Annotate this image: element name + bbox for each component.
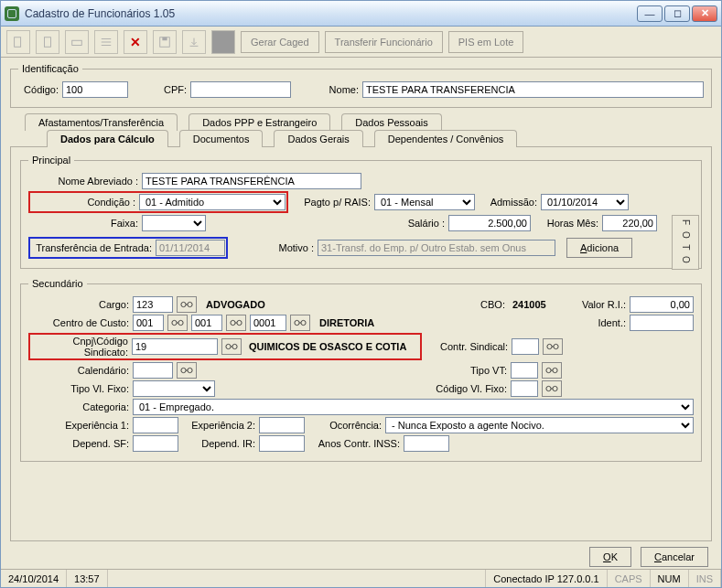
codigo-vl-fixo-input[interactable] [511, 380, 538, 397]
tab-body: Principal Nome Abreviado : Condição : 01… [10, 146, 712, 541]
svg-point-18 [188, 368, 192, 372]
codigo-vl-fixo-lookup-icon[interactable] [542, 380, 562, 397]
ident-label: Ident.: [584, 317, 626, 328]
adiciona-button[interactable]: Adiciona [566, 238, 632, 258]
gerar-caged-button[interactable]: Gerar Caged [241, 31, 319, 53]
nome-abreviado-input[interactable] [142, 173, 361, 189]
condicao-highlight: Condição : 01 - Admitido [28, 191, 288, 213]
motivo-label: Motivo : [232, 242, 314, 253]
experiencia1-input[interactable] [133, 417, 178, 433]
minimize-button[interactable]: — [637, 5, 663, 22]
svg-point-5 [181, 302, 186, 306]
valor-ri-input[interactable] [630, 296, 694, 313]
ident-input[interactable] [630, 315, 694, 331]
principal-legend: Principal [28, 155, 74, 166]
toolbar: ✕ Gerar Caged Transferir Funcionário PIS… [1, 27, 721, 58]
cbo-label: CBO: [480, 299, 505, 310]
toolbar-new-icon[interactable] [6, 30, 30, 54]
toolbar-block-icon[interactable] [211, 30, 235, 54]
transferir-funcionario-button[interactable]: Transferir Funcionário [325, 31, 443, 53]
faixa-select[interactable] [142, 215, 206, 231]
categoria-label: Categoria: [28, 401, 129, 412]
svg-rect-4 [162, 37, 167, 40]
dialog-buttons: OK Cancelar [1, 541, 721, 569]
codigo-input[interactable] [62, 81, 128, 98]
toolbar-print-icon[interactable] [65, 30, 89, 54]
anos-inss-input[interactable] [404, 435, 449, 452]
cc2-lookup-icon[interactable] [226, 315, 246, 331]
calendario-input[interactable] [133, 362, 173, 379]
tab-gerais[interactable]: Dados Gerais [274, 130, 362, 147]
svg-point-13 [226, 344, 231, 348]
categoria-select[interactable]: 01 - Empregado. [133, 399, 694, 415]
cc-desc: DIRETORIA [319, 317, 374, 328]
app-icon [5, 6, 19, 21]
condicao-select[interactable]: 01 - Admitido [139, 194, 286, 210]
calendario-lookup-icon[interactable] [177, 362, 197, 379]
tab-ppp[interactable]: Dados PPP e Estrangeiro [189, 113, 330, 131]
toolbar-export-icon[interactable] [182, 30, 206, 54]
salario-input[interactable] [448, 215, 531, 231]
transferencia-entrada-input[interactable] [156, 240, 225, 256]
valor-ri-label: Valor R.I.: [571, 299, 626, 310]
transferencia-entrada-label: Transferência de Entrada: [31, 242, 152, 253]
experiencia2-input[interactable] [259, 417, 305, 433]
toolbar-list-icon[interactable] [94, 30, 118, 54]
tipo-vt-lookup-icon[interactable] [542, 362, 562, 379]
contr-sindical-input[interactable] [512, 338, 539, 355]
ok-button[interactable]: OK [589, 547, 631, 567]
toolbar-save-icon[interactable] [153, 30, 177, 54]
svg-point-15 [547, 344, 552, 348]
status-connection: Conectado IP 127.0.0.1 [486, 570, 607, 587]
tab-documentos[interactable]: Documentos [179, 130, 264, 147]
nome-input[interactable] [362, 81, 704, 98]
cargo-input[interactable] [133, 296, 173, 313]
cargo-lookup-icon[interactable] [177, 296, 197, 313]
admissao-select[interactable]: 01/10/2014 [541, 194, 629, 210]
svg-point-22 [553, 386, 557, 390]
tab-calculo[interactable]: Dados para Cálculo [47, 130, 168, 147]
principal-group: Principal Nome Abreviado : Condição : 01… [20, 155, 702, 269]
cc1-lookup-icon[interactable] [167, 315, 188, 331]
svg-point-12 [301, 320, 306, 325]
depend-ir-input[interactable] [259, 435, 305, 452]
tipo-vl-fixo-label: Tipo Vl. Fixo: [28, 383, 129, 394]
faixa-label: Faixa: [28, 218, 138, 229]
pagto-rais-select[interactable]: 01 - Mensal [374, 194, 475, 210]
sindicato-lookup-icon[interactable] [221, 338, 242, 355]
pagto-rais-label: Pagto p/ RAIS: [292, 197, 371, 208]
titlebar: Cadastro de Funcionários 1.05 — ◻ ✕ [1, 1, 721, 27]
tipo-vl-fixo-select[interactable] [133, 380, 215, 397]
status-time: 13:57 [67, 570, 108, 587]
toolbar-page-icon[interactable] [36, 30, 59, 54]
ocorrencia-select[interactable]: - Nunca Exposto a agente Nocivo. [385, 417, 694, 433]
toolbar-delete-icon[interactable]: ✕ [124, 30, 147, 54]
tipo-vt-label: Tipo VT: [452, 365, 507, 376]
content-area: Identificação Código: CPF: Nome: Afastam… [1, 58, 721, 541]
status-num: NUM [651, 570, 689, 587]
contr-sindical-label: Contr. Sindical: [426, 341, 508, 352]
tipo-vt-input[interactable] [511, 362, 538, 379]
tab-afastamentos[interactable]: Afastamentos/Transferência [25, 113, 178, 131]
cc2-input[interactable] [191, 315, 222, 331]
status-date: 24/10/2014 [1, 570, 67, 587]
pis-em-lote-button[interactable]: PIS em Lote [448, 31, 524, 53]
tab-pessoais[interactable]: Dados Pessoais [341, 113, 442, 131]
cc3-input[interactable] [250, 315, 286, 331]
cc3-lookup-icon[interactable] [290, 315, 310, 331]
close-button[interactable]: ✕ [692, 5, 717, 22]
sindicato-input[interactable] [132, 338, 218, 355]
cc1-input[interactable] [133, 315, 164, 331]
tab-dependentes[interactable]: Dependentes / Convênios [374, 130, 518, 147]
cancel-button[interactable]: Cancelar [641, 547, 708, 567]
maximize-button[interactable]: ◻ [664, 5, 690, 22]
anos-inss-label: Anos Contr. INSS: [308, 438, 400, 449]
depend-sf-input[interactable] [133, 435, 178, 452]
experiencia2-label: Experiência 2: [182, 420, 255, 431]
cpf-input[interactable] [190, 81, 291, 98]
secundario-group: Secundário Cargo: ADVOGADO CBO: 241005 V… [20, 278, 702, 462]
ocorrencia-label: Ocorrência: [308, 420, 382, 431]
foto-placeholder[interactable]: F O T O [672, 215, 699, 270]
horas-mes-input[interactable] [602, 215, 657, 231]
contr-sindical-lookup-icon[interactable] [543, 338, 563, 355]
